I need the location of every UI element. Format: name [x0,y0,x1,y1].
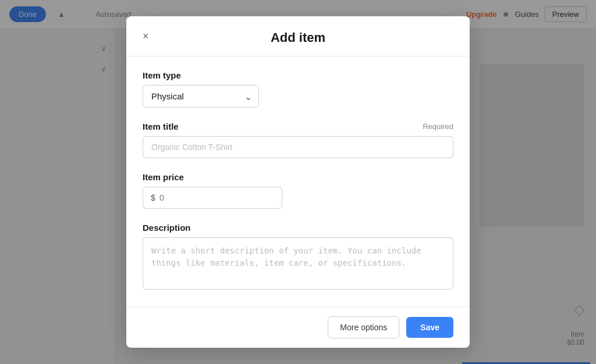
item-price-input[interactable] [143,187,282,209]
modal-overlay: × Add item Item type Physical Digital Se… [0,0,596,364]
item-type-label: Item type [143,70,453,80]
modal-header: × Add item [126,16,470,56]
modal-footer: More options Save [126,306,470,348]
description-textarea[interactable] [143,237,453,290]
item-title-group: Item title Required [143,122,453,158]
more-options-button[interactable]: More options [328,316,399,338]
description-label: Description [143,223,453,233]
item-type-group: Item type Physical Digital Service ⌄ [143,70,453,108]
item-type-select-wrapper: Physical Digital Service ⌄ [143,85,259,108]
required-badge: Required [423,122,453,131]
close-button[interactable]: × [140,28,151,44]
modal-body: Item type Physical Digital Service ⌄ Ite… [126,56,470,306]
item-type-select[interactable]: Physical Digital Service [143,85,259,108]
price-prefix: $ [151,193,155,202]
item-title-label: Item title [143,122,179,131]
item-price-label: Item price [143,172,453,182]
modal-title: Add item [271,30,325,45]
save-button[interactable]: Save [406,317,453,338]
item-title-input[interactable] [143,136,453,158]
description-group: Description [143,223,453,292]
item-title-label-row: Item title Required [143,122,453,131]
price-input-wrapper: $ [143,187,282,209]
add-item-modal: × Add item Item type Physical Digital Se… [126,16,470,348]
item-price-group: Item price $ [143,172,453,209]
